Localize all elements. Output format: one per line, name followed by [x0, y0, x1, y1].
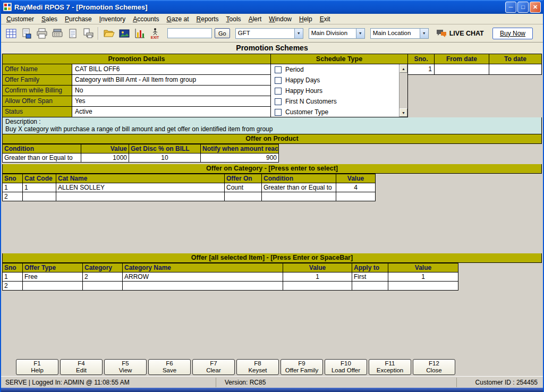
go-button[interactable]: Go [215, 28, 230, 38]
from-date-cell[interactable] [435, 64, 489, 75]
cell-apply-to[interactable] [352, 282, 388, 291]
search-input[interactable] [167, 28, 212, 38]
cell-offer-type[interactable]: Free [23, 272, 83, 282]
print-icon[interactable] [35, 25, 49, 41]
minimize-button[interactable]: ─ [505, 2, 516, 13]
schedule-item-first-n-customers[interactable]: First N Customers [271, 96, 407, 107]
cell-offer-type[interactable] [23, 282, 83, 291]
menu-inventory[interactable]: Inventory [96, 14, 129, 24]
f8-keyset-button[interactable]: F8 Keyset [236, 359, 279, 375]
checkbox[interactable] [275, 98, 282, 105]
field-row: Offer Name CAT BILL OFF6 [2, 64, 271, 75]
checkbox[interactable] [275, 109, 282, 116]
cell-condition[interactable]: Greater than or Equal to [262, 183, 336, 192]
chevron-down-icon[interactable]: ▼ [294, 29, 303, 38]
billing-machine-icon[interactable] [4, 25, 18, 41]
menu-customer[interactable]: Customer [3, 14, 38, 24]
f12-close-button[interactable]: F12 Close [413, 359, 455, 375]
cell-sno[interactable]: 1 [3, 183, 23, 192]
cell-condition[interactable] [262, 192, 336, 201]
cell-cat-code[interactable]: 1 [23, 183, 56, 192]
chevron-down-icon[interactable]: ▼ [356, 29, 364, 38]
checkbox[interactable] [275, 88, 282, 95]
day-book-icon[interactable] [65, 25, 80, 41]
f4-edit-button[interactable]: F4 Edit [60, 359, 103, 375]
f7-clear-button[interactable]: F7 Clear [192, 359, 235, 375]
column-header: Notify when amount reaches [201, 144, 279, 154]
schedule-item-customer-type[interactable]: Customer Type [271, 107, 407, 117]
cell-category[interactable]: 2 [83, 272, 123, 282]
cell-offer-on[interactable]: Count [225, 183, 262, 192]
cell-cat-code[interactable] [23, 192, 56, 201]
f9-offer-family-button[interactable]: F9 Offer Family [280, 359, 323, 375]
live-chat-link[interactable]: LIVE CHAT [436, 29, 484, 38]
f6-save-button[interactable]: F6 Save [148, 359, 191, 375]
menu-help[interactable]: Help [295, 14, 316, 24]
scroll-down-icon[interactable]: ▼ [400, 108, 407, 117]
menu-reports[interactable]: Reports [193, 14, 223, 24]
schedule-item-happy-hours[interactable]: Happy Hours [271, 86, 407, 96]
company-dropdown[interactable]: GFT ▼ [235, 28, 303, 39]
f1-help-button[interactable]: F1 Help [16, 359, 58, 375]
print-preview-icon[interactable] [81, 25, 95, 41]
cell-value[interactable] [336, 192, 376, 201]
scroll-up-icon[interactable]: ▲ [400, 64, 407, 73]
schedule-item-period[interactable]: Period [271, 64, 407, 75]
cell-value[interactable] [388, 282, 458, 291]
cell-sno[interactable]: 1 [3, 272, 23, 282]
menu-exit[interactable]: Exit [316, 14, 334, 24]
column-header: Cat Code [23, 174, 56, 183]
chevron-down-icon[interactable]: ▼ [420, 29, 428, 38]
f10-load-offer-button[interactable]: F10 Load Offer [325, 359, 367, 375]
menu-alert[interactable]: Alert [245, 14, 266, 24]
f5-view-button[interactable]: F5 View [104, 359, 147, 375]
allow-offer-span-value[interactable]: Yes [72, 96, 271, 107]
cell-value[interactable]: 1 [283, 272, 352, 282]
location-dropdown[interactable]: Main Location ▼ [370, 28, 429, 39]
f11-exception-button[interactable]: F11 Exception [369, 359, 411, 375]
menu-tools[interactable]: Tools [223, 14, 245, 24]
status-value[interactable]: Active [72, 107, 271, 117]
close-button[interactable]: ✕ [530, 2, 541, 13]
live-chat-icon [436, 29, 447, 38]
cell-sno[interactable]: 2 [3, 192, 23, 201]
cell-sno[interactable]: 2 [3, 282, 23, 291]
offer-name-value[interactable]: CAT BILL OFF6 [72, 64, 271, 75]
cell-category-name[interactable] [123, 282, 283, 291]
chart-icon[interactable] [132, 25, 147, 41]
division-dropdown[interactable]: Main Division ▼ [309, 28, 365, 39]
menu-window[interactable]: Window [265, 14, 295, 24]
schedule-item-happy-days[interactable]: Happy Days [271, 75, 407, 86]
cell-value[interactable]: 1000 [81, 154, 129, 163]
open-folder-icon[interactable] [101, 25, 116, 41]
confirm-while-billing-value[interactable]: No [72, 86, 271, 96]
buy-now-button[interactable]: Buy Now [492, 28, 533, 39]
exit-icon[interactable]: EXIT [148, 25, 162, 41]
cell-offer-on[interactable] [225, 192, 262, 201]
to-date-cell[interactable] [489, 64, 542, 75]
maximize-button[interactable]: □ [517, 2, 529, 13]
cell-value[interactable]: 4 [336, 183, 376, 192]
menu-purchase[interactable]: Purchase [61, 14, 96, 24]
image-icon[interactable] [117, 25, 131, 41]
cell-value[interactable] [283, 282, 352, 291]
cell-apply-to[interactable]: First [352, 272, 388, 282]
cell-disc-pct[interactable]: 10 [129, 154, 201, 163]
cell-condition[interactable]: Greater than or Equal to [3, 154, 81, 163]
checkbox[interactable] [275, 77, 282, 84]
cell-cat-name[interactable]: ALLEN SOLLEY [56, 183, 225, 192]
cell-value[interactable]: 1 [388, 272, 458, 282]
save-bill-icon[interactable] [19, 25, 33, 41]
cell-category[interactable] [83, 282, 123, 291]
sno-cell[interactable]: 1 [408, 64, 435, 75]
menu-accounts[interactable]: Accounts [129, 14, 163, 24]
checkbox[interactable] [275, 66, 282, 73]
cell-category-name[interactable]: ARROW [123, 272, 283, 282]
menu-gaze-at[interactable]: Gaze at [163, 14, 193, 24]
scrollbar[interactable]: ▲ ▼ [399, 64, 407, 117]
cell-cat-name[interactable] [56, 192, 225, 201]
offer-family-value[interactable]: Category with Bill Amt - All Item from g… [72, 75, 271, 86]
cash-register-icon[interactable] [50, 25, 64, 41]
cell-notify-amount[interactable]: 900 [201, 154, 279, 163]
menu-sales[interactable]: Sales [38, 14, 61, 24]
